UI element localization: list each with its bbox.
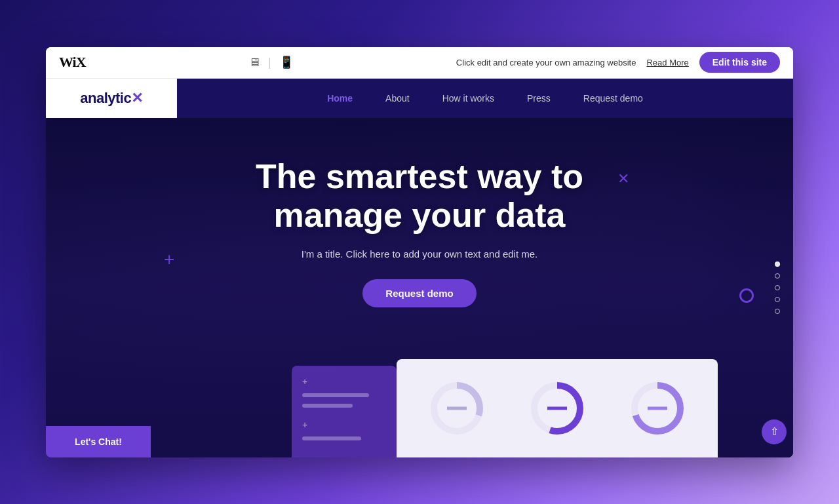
browser-window: WiX 🖥 | 📱 Click edit and create your own…	[46, 47, 793, 457]
wix-right-section: Click edit and create your own amazing w…	[456, 52, 780, 73]
side-dot-4[interactable]	[775, 297, 780, 302]
card-purple: + +	[292, 366, 397, 457]
device-divider: |	[268, 56, 271, 69]
mobile-icon[interactable]: 📱	[279, 55, 294, 69]
donut-chart-2	[528, 379, 587, 438]
card-plus-1: +	[302, 376, 386, 387]
wix-logo: WiX	[59, 54, 86, 71]
side-dot-5[interactable]	[775, 309, 780, 314]
side-dot-2[interactable]	[775, 273, 780, 279]
read-more-link[interactable]: Read More	[646, 58, 688, 68]
side-dots	[775, 262, 780, 314]
logo-accent: ✕	[131, 90, 143, 106]
nav-request-demo[interactable]: Request demo	[583, 93, 643, 104]
lets-chat-button[interactable]: Let's Chat!	[46, 426, 151, 457]
hero-subtitle: I'm a title. Click here to add your own …	[302, 248, 538, 260]
card-white	[397, 359, 718, 457]
card-line-1	[302, 393, 369, 397]
side-dot-1[interactable]	[775, 262, 780, 267]
site-content: analytic✕ Home About How it works Press …	[46, 79, 793, 457]
hero-title-line2: manage your data	[273, 196, 565, 234]
desktop-icon[interactable]: 🖥	[248, 56, 260, 69]
bottom-cards: + +	[292, 359, 718, 457]
hero-section: + ✕ The smartest way to manage your data…	[46, 118, 793, 457]
wix-bar: WiX 🖥 | 📱 Click edit and create your own…	[46, 47, 793, 79]
edit-site-button[interactable]: Edit this site	[699, 52, 780, 73]
donut-1-wrapper	[427, 379, 486, 438]
card-line-3	[302, 436, 361, 440]
donut-chart-1	[427, 379, 486, 438]
hero-title-line1: The smartest way to	[256, 157, 583, 195]
hero-cta-button[interactable]: Request demo	[362, 279, 476, 307]
side-dot-3[interactable]	[775, 285, 780, 290]
scroll-top-button[interactable]: ⇧	[762, 419, 787, 444]
chevron-up-icon: ⇧	[770, 425, 779, 438]
device-icons: 🖥 | 📱	[248, 55, 294, 69]
card-line-2	[302, 404, 353, 408]
card-plus-2: +	[302, 419, 386, 430]
nav-about[interactable]: About	[385, 93, 410, 104]
site-nav: analytic✕ Home About How it works Press …	[46, 79, 793, 118]
donut-3-wrapper	[628, 379, 687, 438]
donut-chart-3	[628, 379, 687, 438]
hero-title: The smartest way to manage your data	[256, 157, 583, 236]
nav-press[interactable]: Press	[527, 93, 551, 104]
nav-how-it-works[interactable]: How it works	[442, 93, 494, 104]
nav-links: Home About How it works Press Request de…	[177, 93, 793, 104]
promo-text: Click edit and create your own amazing w…	[456, 58, 636, 68]
donut-2-wrapper	[528, 379, 587, 438]
site-logo: analytic✕	[80, 90, 142, 107]
nav-home[interactable]: Home	[327, 93, 353, 104]
site-logo-area: analytic✕	[46, 79, 177, 118]
